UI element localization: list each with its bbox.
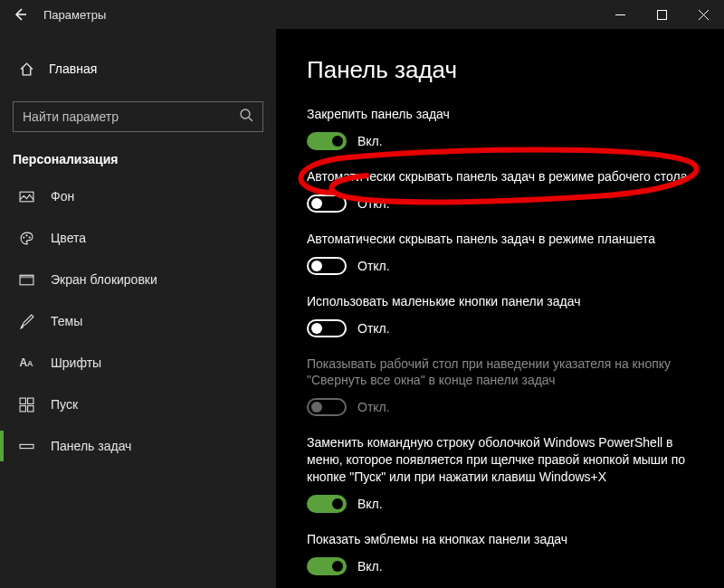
setting-autohide-desktop: Автоматически скрывать панель задач в ре…: [307, 168, 693, 213]
toggle-show-badges[interactable]: [307, 557, 347, 575]
sidebar-item-colors[interactable]: Цвета: [0, 217, 276, 259]
sidebar-item-label: Фон: [51, 189, 74, 204]
svg-rect-10: [27, 398, 33, 403]
toggle-autohide-tablet[interactable]: [307, 257, 347, 275]
sidebar-item-label: Панель задач: [51, 439, 131, 453]
toggle-state-text: Вкл.: [357, 134, 383, 148]
setting-label: Показывать рабочий стол при наведении ук…: [307, 356, 693, 390]
minimize-button[interactable]: [599, 0, 641, 29]
maximize-button[interactable]: [641, 0, 682, 29]
minimize-icon: [615, 10, 625, 20]
svg-rect-8: [20, 275, 33, 278]
svg-rect-13: [20, 444, 33, 448]
lockscreen-icon: [18, 271, 34, 288]
sidebar-item-lockscreen[interactable]: Экран блокировки: [0, 259, 276, 300]
palette-icon: [18, 230, 34, 246]
setting-small-buttons: Использовать маленькие кнопки панели зад…: [307, 293, 693, 337]
toggle-replace-cmd-powershell[interactable]: [307, 495, 347, 513]
sidebar-item-label: Шрифты: [51, 356, 101, 370]
search-icon: [239, 108, 253, 126]
taskbar-icon: [18, 438, 34, 454]
sidebar-item-label: Темы: [51, 314, 82, 328]
close-button[interactable]: [682, 0, 724, 29]
back-button[interactable]: [0, 0, 40, 29]
sidebar: Главная Персонализация Фон Цвета Экран б…: [0, 29, 276, 588]
picture-icon: [18, 188, 34, 204]
svg-point-6: [28, 236, 30, 238]
start-icon: [18, 396, 34, 413]
toggle-state-text: Откл.: [357, 196, 390, 211]
close-icon: [699, 10, 709, 20]
window-title: Параметры: [40, 8, 106, 22]
setting-label: Закрепить панель задач: [307, 106, 693, 123]
svg-point-5: [25, 234, 27, 236]
svg-rect-1: [657, 10, 666, 19]
setting-label: Показать эмблемы на кнопках панели задач: [307, 531, 693, 548]
toggle-state-text: Вкл.: [357, 559, 383, 574]
fonts-icon: AA: [18, 355, 34, 371]
setting-label: Использовать маленькие кнопки панели зад…: [307, 293, 693, 310]
sidebar-item-fonts[interactable]: AA Шрифты: [0, 342, 276, 384]
page-title: Панель задач: [307, 56, 693, 84]
sidebar-home-label: Главная: [49, 62, 97, 76]
toggle-small-buttons[interactable]: [307, 319, 347, 337]
setting-show-badges: Показать эмблемы на кнопках панели задач…: [307, 531, 693, 575]
back-arrow-icon: [13, 7, 27, 22]
setting-label: Заменить командную строку оболочкой Wind…: [307, 434, 693, 486]
search-input[interactable]: [23, 109, 239, 124]
sidebar-item-label: Экран блокировки: [51, 272, 157, 287]
sidebar-item-themes[interactable]: Темы: [0, 300, 276, 342]
sidebar-item-start[interactable]: Пуск: [0, 384, 276, 425]
toggle-state-text: Откл.: [357, 400, 390, 414]
search-box[interactable]: [13, 101, 263, 132]
sidebar-item-label: Пуск: [51, 397, 78, 412]
sidebar-item-taskbar[interactable]: Панель задач: [0, 425, 276, 467]
sidebar-item-background[interactable]: Фон: [0, 175, 276, 217]
setting-replace-cmd-powershell: Заменить командную строку оболочкой Wind…: [307, 434, 693, 513]
toggle-state-text: Вкл.: [357, 497, 383, 511]
svg-rect-9: [20, 398, 25, 403]
setting-lock-taskbar: Закрепить панель задач Вкл.: [307, 106, 693, 150]
svg-point-2: [241, 109, 250, 119]
setting-autohide-tablet: Автоматически скрывать панель задач в ре…: [307, 231, 693, 275]
home-icon: [18, 61, 34, 77]
svg-rect-11: [20, 405, 25, 411]
setting-peek-desktop: Показывать рабочий стол при наведении ук…: [307, 356, 693, 417]
svg-rect-12: [27, 405, 33, 411]
toggle-lock-taskbar[interactable]: [307, 132, 347, 150]
brush-icon: [18, 313, 34, 329]
svg-point-4: [23, 236, 24, 238]
sidebar-item-label: Цвета: [51, 231, 86, 245]
toggle-state-text: Откл.: [357, 259, 390, 273]
sidebar-heading: Персонализация: [0, 152, 276, 175]
titlebar: Параметры: [0, 0, 724, 29]
toggle-autohide-desktop[interactable]: [307, 194, 347, 213]
setting-label: Автоматически скрывать панель задач в ре…: [307, 231, 693, 248]
sidebar-home[interactable]: Главная: [0, 52, 276, 85]
toggle-state-text: Откл.: [357, 321, 390, 336]
svg-rect-0: [615, 14, 625, 15]
setting-label: Автоматически скрывать панель задач в ре…: [307, 168, 693, 185]
toggle-peek-desktop: [307, 398, 347, 416]
content-pane: Панель задач Закрепить панель задач Вкл.…: [276, 29, 724, 588]
maximize-icon: [657, 10, 667, 20]
